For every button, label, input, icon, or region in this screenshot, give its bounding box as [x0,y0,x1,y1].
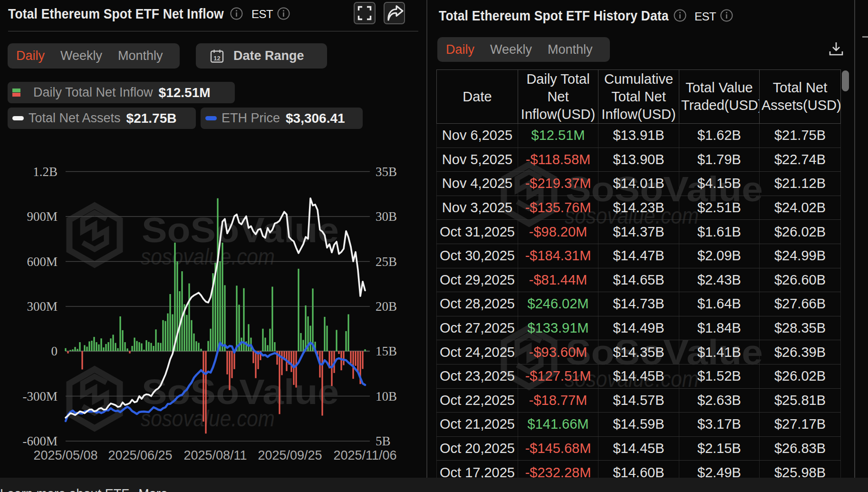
svg-text:15B: 15B [376,344,397,358]
svg-text:0: 0 [51,344,58,358]
svg-text:10B: 10B [376,389,397,403]
svg-text:-300M: -300M [23,389,58,403]
svg-text:5B: 5B [376,434,391,448]
svg-text:1.2B: 1.2B [33,165,58,179]
svg-text:2025/06/25: 2025/06/25 [108,448,172,462]
svg-text:20B: 20B [376,299,397,314]
svg-text:2025/11/06: 2025/11/06 [333,448,396,462]
svg-text:600M: 600M [27,255,58,269]
svg-text:35B: 35B [376,165,397,179]
svg-text:2025/08/11: 2025/08/11 [183,448,247,462]
svg-text:300M: 300M [27,299,58,314]
svg-text:2025/05/08: 2025/05/08 [33,448,97,462]
svg-text:30B: 30B [376,209,397,224]
svg-text:-600M: -600M [23,434,58,448]
svg-text:25B: 25B [376,255,397,269]
svg-text:2025/09/25: 2025/09/25 [258,448,322,462]
svg-text:900M: 900M [27,209,58,224]
